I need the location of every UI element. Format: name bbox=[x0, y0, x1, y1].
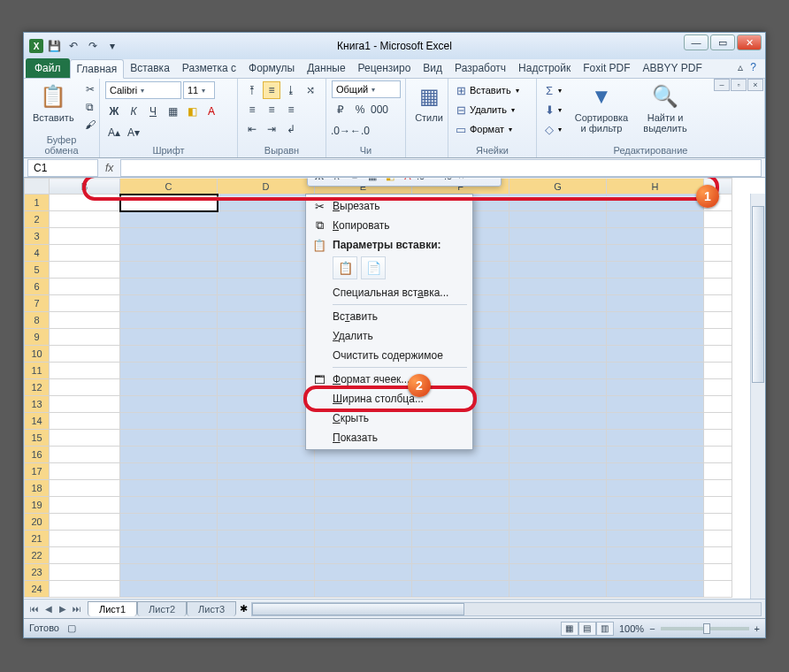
cell[interactable] bbox=[607, 379, 704, 396]
scrollbar-thumb[interactable] bbox=[252, 603, 464, 615]
cell[interactable] bbox=[218, 295, 315, 312]
column-header-B[interactable]: B bbox=[50, 179, 120, 195]
font-name-combo[interactable]: Calibri▾ bbox=[105, 81, 181, 99]
cell[interactable] bbox=[607, 497, 704, 514]
cell[interactable] bbox=[509, 295, 607, 312]
name-box[interactable]: C1 bbox=[27, 159, 98, 177]
wb-restore-button[interactable]: ▫ bbox=[731, 79, 747, 91]
cell[interactable] bbox=[315, 497, 412, 514]
cell[interactable] bbox=[120, 497, 218, 514]
find-select-button[interactable]: 🔍 Найти и выделить bbox=[636, 80, 694, 135]
cell[interactable] bbox=[704, 497, 732, 514]
row-header-19[interactable]: 19 bbox=[25, 497, 50, 514]
row-header-1[interactable]: 1 bbox=[25, 195, 50, 211]
view-normal-button[interactable]: ▦ bbox=[561, 622, 578, 636]
ctx-paste-special[interactable]: Специальная вставка... bbox=[308, 283, 471, 302]
minimize-ribbon-button[interactable]: ▵ bbox=[738, 61, 743, 73]
cell[interactable] bbox=[704, 312, 732, 329]
sheet-nav-prev[interactable]: ◀ bbox=[42, 602, 56, 616]
cell[interactable] bbox=[50, 195, 120, 211]
cell[interactable] bbox=[607, 581, 704, 598]
cell[interactable] bbox=[607, 514, 704, 531]
cell[interactable] bbox=[120, 312, 218, 329]
cells-format-button[interactable]: ▭Формат▾ bbox=[454, 119, 519, 139]
cells-delete-button[interactable]: ⊟Удалить▾ bbox=[454, 100, 519, 119]
ribbon-tab-6[interactable]: Вид bbox=[417, 59, 448, 78]
cell[interactable] bbox=[412, 581, 509, 598]
row-header-22[interactable]: 22 bbox=[25, 547, 50, 564]
horizontal-scrollbar[interactable] bbox=[251, 602, 762, 616]
cell[interactable] bbox=[607, 245, 704, 262]
row-header-6[interactable]: 6 bbox=[25, 279, 50, 295]
row-header-12[interactable]: 12 bbox=[25, 379, 50, 396]
cell[interactable] bbox=[607, 363, 704, 379]
cell[interactable] bbox=[607, 413, 704, 430]
cell[interactable] bbox=[50, 262, 120, 279]
cell[interactable] bbox=[704, 564, 732, 581]
sheet-nav-next[interactable]: ▶ bbox=[56, 602, 70, 616]
cell[interactable] bbox=[50, 447, 120, 463]
ribbon-tab-8[interactable]: Надстройк bbox=[512, 59, 577, 78]
cell[interactable] bbox=[120, 262, 218, 279]
ribbon-tab-3[interactable]: Формулы bbox=[242, 59, 301, 78]
increase-indent-button[interactable]: ⇥ bbox=[263, 120, 280, 138]
qat-save-button[interactable]: 💾 bbox=[45, 37, 63, 55]
cell[interactable] bbox=[218, 497, 315, 514]
currency-button[interactable]: ₽ bbox=[332, 101, 349, 118]
ctx-cut[interactable]: ✂Вырезать bbox=[308, 196, 471, 216]
cell[interactable] bbox=[704, 430, 732, 447]
italic-button[interactable]: К bbox=[125, 103, 142, 120]
row-header-2[interactable]: 2 bbox=[25, 211, 50, 228]
cell[interactable] bbox=[412, 497, 509, 514]
ctx-show[interactable]: Показать bbox=[308, 428, 471, 447]
cell[interactable] bbox=[509, 430, 607, 447]
sheet-nav-first[interactable]: ⏮ bbox=[27, 602, 42, 616]
cell[interactable] bbox=[509, 581, 607, 598]
ctx-delete[interactable]: Удалить bbox=[308, 326, 471, 346]
cell[interactable] bbox=[120, 363, 218, 379]
cell[interactable] bbox=[218, 279, 315, 295]
cell[interactable] bbox=[607, 329, 704, 346]
cell[interactable] bbox=[704, 329, 732, 346]
cell[interactable] bbox=[509, 211, 607, 228]
paste-option-1[interactable]: 📋 bbox=[333, 256, 357, 279]
cell[interactable] bbox=[120, 295, 218, 312]
macro-record-button[interactable]: ▢ bbox=[67, 622, 76, 633]
new-sheet-button[interactable]: ✱ bbox=[240, 603, 248, 615]
cell[interactable] bbox=[120, 245, 218, 262]
row-header-10[interactable]: 10 bbox=[25, 346, 50, 363]
cell[interactable] bbox=[50, 430, 120, 447]
ctx-insert[interactable]: Вставить bbox=[308, 307, 471, 326]
cell[interactable] bbox=[50, 245, 120, 262]
cell[interactable] bbox=[704, 211, 732, 228]
cell[interactable] bbox=[607, 396, 704, 413]
cell[interactable] bbox=[509, 463, 607, 480]
column-header-C[interactable]: C bbox=[120, 179, 218, 195]
cell[interactable] bbox=[120, 413, 218, 430]
percent-button[interactable]: % bbox=[351, 101, 369, 118]
cell[interactable] bbox=[704, 295, 732, 312]
decrease-decimal-button[interactable]: ←.0 bbox=[351, 122, 369, 140]
cell[interactable] bbox=[607, 447, 704, 463]
cell[interactable] bbox=[704, 379, 732, 396]
cell[interactable] bbox=[50, 379, 120, 396]
comma-button[interactable]: 000 bbox=[371, 101, 388, 118]
cell[interactable] bbox=[50, 396, 120, 413]
fx-button[interactable]: fx bbox=[98, 162, 120, 174]
cell[interactable] bbox=[704, 346, 732, 363]
cell[interactable] bbox=[704, 480, 732, 497]
cell[interactable] bbox=[412, 514, 509, 531]
cell[interactable] bbox=[607, 346, 704, 363]
ribbon-tab-10[interactable]: ABBYY PDF bbox=[637, 59, 709, 78]
row-header-13[interactable]: 13 bbox=[25, 396, 50, 413]
cell[interactable] bbox=[315, 480, 412, 497]
cell[interactable] bbox=[120, 379, 218, 396]
cell[interactable] bbox=[607, 262, 704, 279]
cell[interactable] bbox=[509, 547, 607, 564]
cell[interactable] bbox=[50, 329, 120, 346]
mini-bold[interactable]: Ж bbox=[311, 178, 327, 184]
align-middle-button[interactable]: ≡ bbox=[263, 81, 280, 99]
cell[interactable] bbox=[218, 346, 315, 363]
orientation-button[interactable]: ⤭ bbox=[302, 81, 319, 99]
cell[interactable] bbox=[218, 379, 315, 396]
